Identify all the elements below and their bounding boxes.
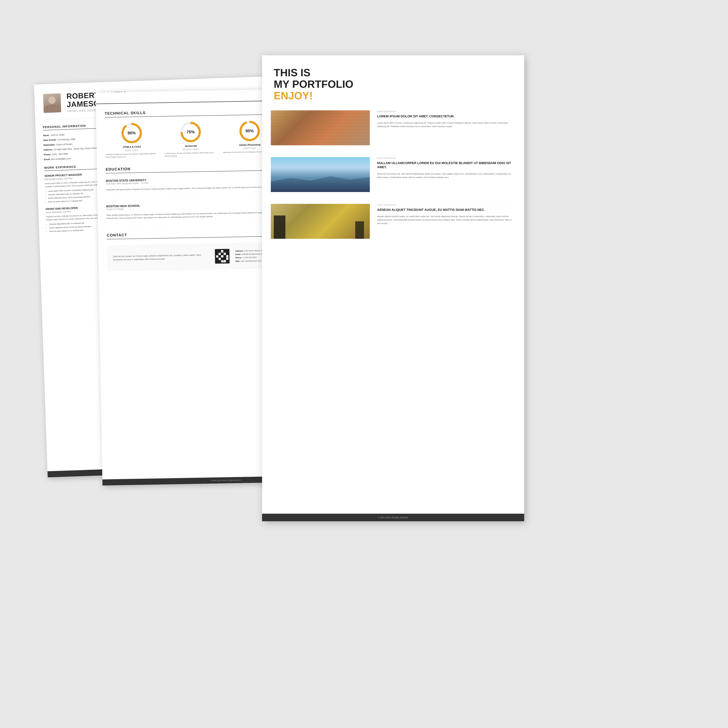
contact-intro: Duis nisl nisi, tempor nec rhoncus eget,… xyxy=(113,253,209,262)
portfolio-desc-3: Aenean aliquet tincidunt augue, eu matti… xyxy=(377,215,515,225)
contact-web-value: www.robertjameson.com xyxy=(240,260,262,262)
skill-percent-html: 90% xyxy=(124,125,140,141)
portfolio-category-3: PHOTOGRAPHY xyxy=(377,204,515,206)
portfolio-title-line2: MY PORTFOLIO xyxy=(274,78,353,90)
address-label: Address: xyxy=(44,148,53,151)
address-value: 23 High Hope Blvd., Some City, Some Coun… xyxy=(54,147,99,151)
portfolio-desc-1: Lorem ipsum dolor sit amet, consectetur … xyxy=(377,121,515,128)
portfolio-footer: © John Smith. All rights reserved. xyxy=(262,514,524,521)
phone-label: Phone: xyxy=(44,153,51,156)
skill-html: 90% HTML5 & CSS3 Expert, 4 years. Vestib… xyxy=(105,122,159,158)
portfolio-image-2 xyxy=(271,157,370,192)
skill-desc-html: Vestibulum feugiat gravida est nec ultri… xyxy=(106,152,159,158)
avatar xyxy=(43,93,61,113)
name-label: Name : xyxy=(43,134,50,137)
qr-code xyxy=(215,249,229,264)
skill-js: 75% Javascript Advanced, 4 years. In dic… xyxy=(164,121,217,158)
portfolio-category-1: PHOTOGRAPHY xyxy=(377,110,515,113)
email-value: john.smith@jbs.com xyxy=(51,157,71,161)
skill-circle-bg-ps: 95% xyxy=(239,121,260,141)
portfolio-entry-1: PHOTOGRAPHY LOREM IPSUM DOLOR SIT AMET, … xyxy=(262,110,524,145)
portfolio-entry-2: PHOTOGRAPHY NULLAM ULLAMCORPER LOREM EU … xyxy=(262,157,524,192)
skill-name-html: HTML5 & CSS3 xyxy=(105,145,158,149)
edu-degree-2: Visual Art & Design xyxy=(106,208,140,210)
skill-percent-js: 75% xyxy=(182,124,199,140)
portfolio-desc-2: Morbi non accumsan erat. Nam laoreet pel… xyxy=(377,172,515,179)
portfolio-content-2: PHOTOGRAPHY NULLAM ULLAMCORPER LOREM EU … xyxy=(377,157,515,192)
contact-intro-text: Duis nisl nisi, tempor nec rhoncus eget,… xyxy=(113,253,209,262)
contact-email-label: Email: xyxy=(235,253,241,255)
portfolio-header: THIS IS MY PORTFOLIO ENJOY! xyxy=(262,55,524,110)
portfolio-title-2: NULLAM ULLAMCORPER LOREM EU DUI MOLESTIE… xyxy=(377,161,515,169)
portfolio-image-3 xyxy=(271,204,370,239)
portfolio-title-accent: ENJOY! xyxy=(274,90,313,101)
name-value: John B. Smith xyxy=(51,133,65,136)
portfolio-entry-3: PHOTOGRAPHY AENEAN ALIQUET TINCIDUNT AUG… xyxy=(262,204,524,239)
contact-email-value: smith@robertjameson.com xyxy=(242,253,264,255)
contact-address-label: Address: xyxy=(235,250,243,252)
portfolio-image-1 xyxy=(271,110,370,145)
portfolio-content-3: PHOTOGRAPHY AENEAN ALIQUET TINCIDUNT AUG… xyxy=(377,204,515,239)
dob-value: 14 February 1986 xyxy=(58,138,75,141)
contact-phone-label: Phone: xyxy=(235,257,242,259)
skill-name-js: Javascript xyxy=(164,144,217,148)
nationality-value: Citizen of Envato xyxy=(56,143,72,146)
dob-label: Date of birth : xyxy=(43,138,58,141)
email-label: Email: xyxy=(44,158,50,161)
skill-circle-ps: 95% xyxy=(239,121,260,141)
portfolio-page: THIS IS MY PORTFOLIO ENJOY! PHOTOGRAPHY … xyxy=(262,55,524,521)
skill-level-html: Expert, 4 years. xyxy=(105,149,158,152)
portfolio-category-2: PHOTOGRAPHY xyxy=(377,157,515,159)
skill-circle-html: 90% xyxy=(121,123,142,144)
nationality-label: Nationality: xyxy=(43,144,55,146)
skill-desc-js: In dictum lacus nec dui consectetur phar… xyxy=(164,151,218,157)
portfolio-title-line1: THIS IS xyxy=(274,67,310,78)
skill-circle-js: 75% xyxy=(180,122,201,142)
skill-level-js: Advanced, 4 years. xyxy=(164,147,217,151)
portfolio-title-1: LOREM IPSUM DOLOR SIT AMET, CONSECTETUR. xyxy=(377,114,515,119)
phone-value: (123) - 456-7890 xyxy=(52,153,68,156)
contact-phone-value: +1 234 567 8910 xyxy=(242,256,257,259)
skill-circle-bg-js: 75% xyxy=(180,122,201,142)
skill-circle-bg-html: 90% xyxy=(121,123,142,144)
portfolio-title-3: AENEAN ALIQUET TINCIDUNT AUGUE, EU MATTI… xyxy=(377,208,515,212)
edu-school-2: BOSTON HIGH SCHOOL xyxy=(106,204,140,208)
portfolio-content-1: PHOTOGRAPHY LOREM IPSUM DOLOR SIT AMET, … xyxy=(377,110,515,145)
skill-percent-ps: 95% xyxy=(242,123,258,139)
contact-web-label: Web: xyxy=(236,260,240,262)
